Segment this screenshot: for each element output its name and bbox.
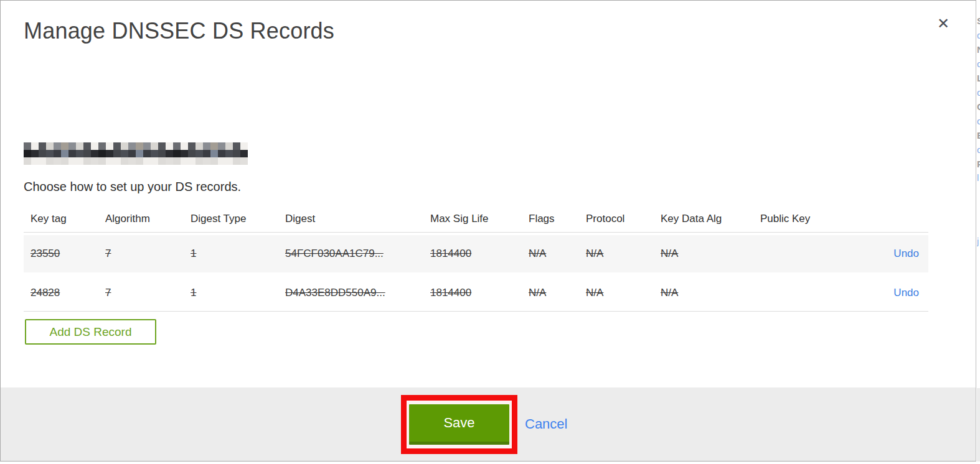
cell-digest: D4A33E8DD550A9... <box>285 287 430 299</box>
manage-dnssec-dialog: Manage DNSSEC DS Records ✕ Choose how to… <box>0 0 976 462</box>
col-header-flags: Flags <box>529 213 586 225</box>
cell-digest-type: 1 <box>191 287 285 299</box>
col-header-digest: Digest <box>285 213 430 225</box>
dialog-footer: Save Cancel <box>1 387 976 461</box>
cell-key-data-alg: N/A <box>661 248 760 260</box>
col-header-max-sig-life: Max Sig Life <box>430 213 529 225</box>
table-row: 23550 7 1 54FCF030AA1C79... 1814400 N/A … <box>24 235 928 272</box>
col-header-algorithm: Algorithm <box>105 213 191 225</box>
cell-key-tag: 23550 <box>31 248 105 260</box>
annotation-highlight-box: Save <box>401 395 517 454</box>
col-header-protocol: Protocol <box>586 213 661 225</box>
intro-text: Choose how to set up your DS records. <box>24 180 241 194</box>
col-header-public-key: Public Key <box>760 213 869 225</box>
cell-protocol: N/A <box>586 248 661 260</box>
table-header-row: Key tag Algorithm Digest Type Digest Max… <box>24 206 928 233</box>
table-row: 24828 7 1 D4A33E8DD550A9... 1814400 N/A … <box>24 275 928 312</box>
save-button[interactable]: Save <box>409 404 509 445</box>
cancel-link[interactable]: Cancel <box>525 416 567 432</box>
col-header-digest-type: Digest Type <box>191 213 285 225</box>
cell-key-data-alg: N/A <box>661 287 760 299</box>
cell-max-sig-life: 1814400 <box>430 287 529 299</box>
close-icon[interactable]: ✕ <box>937 16 949 32</box>
cell-algorithm: 7 <box>105 287 191 299</box>
redacted-domain-name <box>24 142 248 165</box>
cell-digest-type: 1 <box>191 248 285 260</box>
cell-flags: N/A <box>529 248 586 260</box>
undo-link[interactable]: Undo <box>893 248 919 259</box>
cell-key-tag: 24828 <box>31 287 105 299</box>
col-header-key-data-alg: Key Data Alg <box>661 213 760 225</box>
background-page-edge: SdNoLoCoEoPlj <box>977 0 980 462</box>
col-header-key-tag: Key tag <box>31 213 105 225</box>
cell-digest: 54FCF030AA1C79... <box>285 248 430 260</box>
add-ds-record-button[interactable]: Add DS Record <box>25 319 156 345</box>
cell-max-sig-life: 1814400 <box>430 248 529 260</box>
cell-protocol: N/A <box>586 287 661 299</box>
undo-link[interactable]: Undo <box>893 287 919 299</box>
cell-flags: N/A <box>529 287 586 299</box>
cell-algorithm: 7 <box>105 248 191 260</box>
ds-records-table: Key tag Algorithm Digest Type Digest Max… <box>24 206 928 312</box>
screenshot-viewport: SdNoLoCoEoPlj Manage DNSSEC DS Records ✕… <box>0 0 980 464</box>
dialog-title: Manage DNSSEC DS Records <box>24 18 334 44</box>
